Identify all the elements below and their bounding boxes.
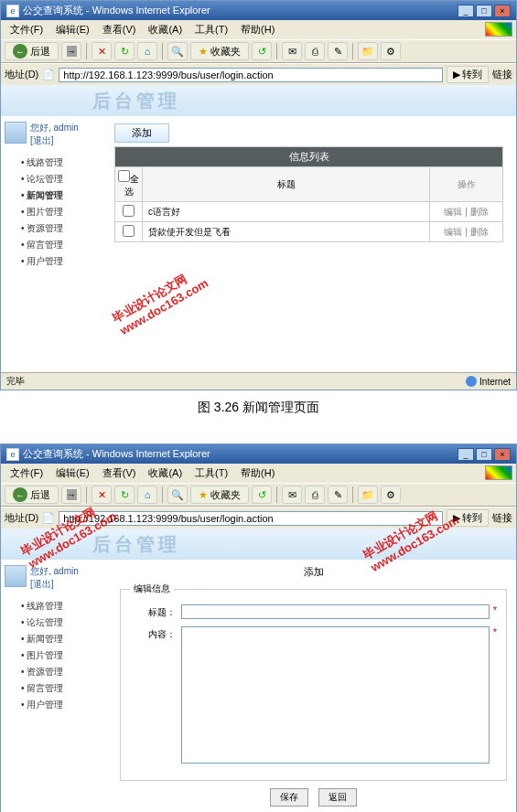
minimize-button[interactable]: _ [458,448,474,461]
nav-news[interactable]: 新闻管理 [21,187,107,204]
links-label[interactable]: 链接 [492,68,512,81]
maximize-button[interactable]: □ [476,5,492,17]
welcome-text: 您好, admin [30,122,79,134]
ie-icon: e [6,448,19,461]
menu-view[interactable]: 查看(V) [97,465,142,481]
print-button[interactable]: ⎙ [305,486,325,504]
row-ops[interactable]: 编辑 | 删除 [430,222,503,242]
nav-image[interactable]: 图片管理 [21,204,107,220]
nav-news[interactable]: 新闻管理 [21,631,107,647]
content-area: 后台管理 您好, admin [退出] 线路管理 论坛管理 新闻管理 图片管理 … [1,529,516,812]
info-table: 信息列表 全选 标题 操作 c语言好 编辑 | 删除 贷款使开发但是飞看 [114,146,503,242]
menu-edit[interactable]: 编辑(E) [50,22,95,37]
row-title: 贷款使开发但是飞看 [143,222,430,242]
save-button[interactable]: 保存 [270,788,308,807]
url-input[interactable] [59,68,443,82]
windows-logo-icon [485,465,512,480]
menu-file[interactable]: 文件(F) [5,465,48,481]
favorites-button[interactable]: ★ 收藏夹 [190,42,249,60]
extra-button-2[interactable]: ⚙ [381,42,401,60]
logout-link[interactable]: [退出] [30,578,79,591]
home-button[interactable]: ⌂ [137,486,157,504]
address-label: 地址(D) [5,68,38,81]
close-button[interactable]: × [494,5,511,17]
nav-user[interactable]: 用户管理 [21,253,107,270]
history-button[interactable]: ↺ [252,486,272,504]
nav-image[interactable]: 图片管理 [21,647,107,664]
extra-button-1[interactable]: 📁 [358,486,378,504]
row-title: c语言好 [143,202,430,222]
main-pane: 添加 编辑信息 标题： * 内容： * 保存 返回 [111,560,516,812]
nav-list: 线路管理 论坛管理 新闻管理 图片管理 资源管理 留言管理 用户管理 [5,155,107,270]
logout-link[interactable]: [退出] [30,134,79,147]
nav-message[interactable]: 留言管理 [21,237,107,253]
nav-resource[interactable]: 资源管理 [21,664,107,680]
edit-button[interactable]: ✎ [328,42,348,60]
row-checkbox[interactable] [123,225,135,237]
menu-edit[interactable]: 编辑(E) [50,465,95,481]
go-button[interactable]: ▶ 转到 [447,66,489,83]
go-button[interactable]: ▶ 转到 [447,509,489,527]
content-textarea[interactable] [181,626,490,764]
titlebar: e 公交查询系统 - Windows Internet Explorer _ □… [1,1,516,20]
add-button[interactable]: 添加 [114,123,169,143]
search-button[interactable]: 🔍 [167,42,188,60]
mail-button[interactable]: ✉ [282,486,302,504]
menu-help[interactable]: 帮助(H) [235,22,280,37]
header-band: 后台管理 [1,85,516,116]
nav-forum[interactable]: 论坛管理 [21,171,107,187]
title-input[interactable] [181,604,490,619]
row-checkbox[interactable] [123,205,135,217]
menu-view[interactable]: 查看(V) [97,22,142,37]
favorites-button[interactable]: ★ 收藏夹 [190,486,249,504]
form-back-button[interactable]: 返回 [318,788,357,807]
browser-window-2: e 公交查询系统 - Windows Internet Explorer _ □… [0,443,517,812]
menu-help[interactable]: 帮助(H) [235,465,280,481]
select-all-checkbox[interactable] [118,170,130,182]
figure-caption-1: 图 3.26 新闻管理页面 [0,390,517,425]
maximize-button[interactable]: □ [476,448,492,461]
avatar [5,122,27,144]
menu-tools[interactable]: 工具(T) [189,465,233,481]
refresh-button[interactable]: ↻ [114,42,135,60]
menu-tools[interactable]: 工具(T) [189,22,233,37]
system-title: 后台管理 [92,532,180,557]
links-label[interactable]: 链接 [492,511,512,525]
status-bar: 完毕 Internet [1,372,516,390]
print-button[interactable]: ⎙ [305,42,325,60]
extra-button-1[interactable]: 📁 [358,42,378,60]
history-button[interactable]: ↺ [252,42,272,60]
search-button[interactable]: 🔍 [167,486,188,504]
url-input[interactable] [59,511,443,526]
nav-resource[interactable]: 资源管理 [21,220,107,237]
menu-file[interactable]: 文件(F) [5,22,48,37]
forward-button[interactable]: → [61,486,81,504]
nav-message[interactable]: 留言管理 [21,680,107,697]
close-button[interactable]: × [494,448,511,461]
toolbar: ← 后退 → ✕ ↻ ⌂ 🔍 ★ 收藏夹 ↺ ✉ ⎙ ✎ 📁 ⚙ [1,39,516,63]
toolbar: ← 后退 → ✕ ↻ ⌂ 🔍 ★ 收藏夹 ↺ ✉ ⎙ ✎ 📁 ⚙ [1,483,516,507]
nav-user[interactable]: 用户管理 [21,697,107,713]
back-button[interactable]: ← 后退 [5,486,59,504]
sidebar: 您好, admin [退出] 线路管理 论坛管理 新闻管理 图片管理 资源管理 … [1,560,111,812]
nav-route[interactable]: 线路管理 [21,598,107,614]
row-ops[interactable]: 编辑 | 删除 [430,202,503,222]
star-icon: ★ [199,489,208,501]
stop-button[interactable]: ✕ [92,42,112,60]
stop-button[interactable]: ✕ [92,486,112,504]
mail-button[interactable]: ✉ [282,42,302,60]
forward-button[interactable]: → [61,42,81,60]
extra-button-2[interactable]: ⚙ [381,486,401,504]
nav-forum[interactable]: 论坛管理 [21,614,107,631]
minimize-button[interactable]: _ [458,5,474,17]
home-button[interactable]: ⌂ [137,42,157,60]
edit-button[interactable]: ✎ [328,486,348,504]
menu-favorites[interactable]: 收藏(A) [143,465,188,481]
back-button[interactable]: ← 后退 [5,42,59,60]
nav-route[interactable]: 线路管理 [21,155,107,171]
content-label: 内容： [130,626,181,641]
refresh-button[interactable]: ↻ [114,486,135,504]
form-heading: 添加 [120,565,507,579]
col-title: 标题 [143,167,430,202]
menu-favorites[interactable]: 收藏(A) [143,22,188,37]
